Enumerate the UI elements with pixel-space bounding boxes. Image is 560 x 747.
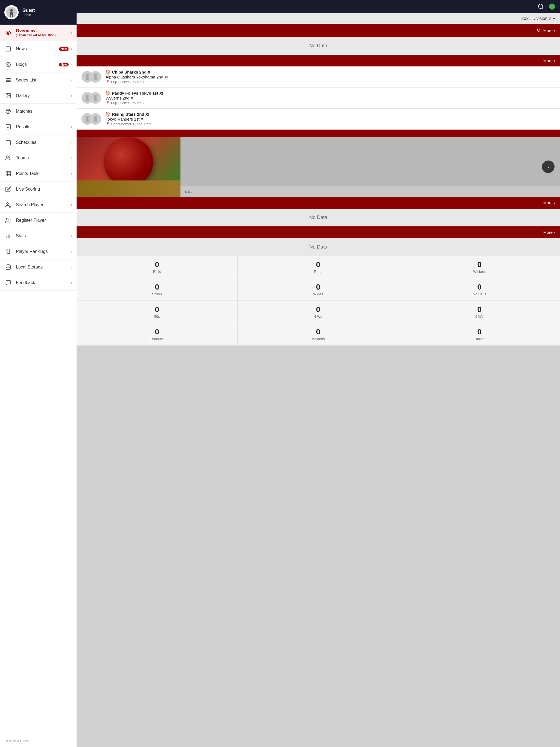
sidebar-item-local-storage[interactable]: Local Storage ›: [0, 259, 77, 275]
match-info-3: 🏠 Rising Stars 2nd XI Tokyo Rangers 1st …: [105, 112, 555, 126]
venue-pin-icon: 📍: [105, 101, 110, 105]
match-team-icons: [81, 92, 101, 104]
sidebar-item-label-storage: Local Storage: [16, 265, 69, 269]
results-chevron-icon: ›: [554, 200, 555, 205]
chevron-right-icon: ›: [71, 280, 72, 285]
stat-sixers-label: Sixers: [152, 292, 162, 296]
sidebar-item-sub-overview: (Japan Cricket Association): [16, 33, 69, 37]
stat-sixers: 0 Sixers: [77, 278, 238, 301]
sidebar-item-label-blogs: Blogs: [16, 62, 57, 67]
eye-icon: [4, 29, 12, 36]
sidebar-item-label-teams: Teams: [16, 156, 69, 160]
topbar: [77, 0, 560, 13]
sidebar-item-label-series: Series List: [16, 78, 69, 83]
stat-balls: 0 Balls: [77, 256, 238, 278]
sidebar-item-stats[interactable]: Stats ›: [0, 228, 77, 244]
gallery-next-button[interactable]: ›: [542, 160, 555, 173]
news-chevron-icon: ›: [554, 28, 555, 33]
news-badge: New: [59, 47, 69, 51]
svg-rect-14: [6, 78, 11, 79]
status-dot: [549, 4, 555, 9]
team-avatar-2: [90, 71, 101, 83]
schedules-more-button[interactable]: More ›: [543, 230, 555, 235]
chevron-right-icon: ›: [71, 171, 72, 176]
sidebar-item-player-rankings[interactable]: Player Rankings ›: [0, 244, 77, 259]
results-more-button[interactable]: More ›: [543, 200, 555, 205]
match-info-2: 🏠 Paddy Foleys Tokyo 1st XI Wyverns 2nd …: [105, 91, 555, 105]
stat-sixers-value: 0: [155, 283, 159, 291]
sidebar-item-search-player[interactable]: Search Player ›: [0, 197, 77, 213]
chevron-right-icon: ›: [71, 156, 72, 160]
stat-maidens-value: 0: [316, 328, 321, 336]
chevron-right-icon: ›: [71, 47, 72, 51]
chevron-right-icon: ›: [71, 109, 72, 114]
division-label: 2021 Division 2: [521, 16, 551, 21]
stat-50s: 0 50s: [77, 301, 238, 323]
version-label: Version 4.0.335: [0, 735, 77, 747]
sidebar-item-series-list[interactable]: Series List ›: [0, 73, 77, 88]
search-player-icon: [4, 201, 12, 209]
match-team1-name: 🏠 Paddy Foleys Tokyo 1st XI: [105, 91, 555, 96]
teams-icon: [4, 154, 12, 162]
match-venue-3: 📍 Sanbunomori Fureai Park: [105, 122, 555, 126]
gallery-caption: s s ...: [180, 186, 560, 197]
sidebar-item-schedules[interactable]: Schedules ›: [0, 135, 77, 150]
svg-point-13: [7, 64, 9, 66]
sidebar-item-label-stats: Stats: [16, 233, 69, 238]
stat-wickets-value: 0: [478, 260, 482, 269]
rankings-icon: [4, 248, 12, 255]
match-row[interactable]: 🏠 Rising Stars 2nd XI Tokyo Rangers 1st …: [77, 108, 560, 130]
search-icon[interactable]: [538, 3, 544, 10]
results-icon: [4, 123, 12, 131]
svg-point-43: [538, 4, 543, 8]
cricket-ball: [104, 137, 153, 186]
schedules-no-data: No Data: [77, 238, 560, 256]
division-arrow-icon: ▾: [553, 16, 555, 21]
match-row[interactable]: 🏠 Paddy Foleys Tokyo 1st XI Wyverns 2nd …: [77, 87, 560, 108]
gallery-image: [77, 137, 180, 197]
points-icon: [4, 170, 12, 177]
match-info-1: 🏠 Chiba Sharks 2nd XI Alpha Quashers Yok…: [105, 70, 555, 84]
sidebar-item-blogs[interactable]: Blogs New ›: [0, 57, 77, 73]
news-no-data-text: No Data: [309, 43, 327, 48]
feedback-icon: [4, 279, 12, 287]
sidebar-item-results[interactable]: Results ›: [0, 119, 77, 135]
sidebar-item-news[interactable]: News New ›: [0, 41, 77, 57]
avatar: [4, 5, 19, 19]
svg-point-7: [7, 32, 9, 34]
sidebar-item-label-news: News: [16, 47, 57, 51]
stat-5ws-value: 0: [478, 305, 482, 314]
sidebar-item-label-matches: Matches: [16, 109, 69, 114]
chevron-right-icon: ›: [71, 265, 72, 269]
division-selector[interactable]: 2021 Division 2 ▾: [521, 16, 555, 21]
news-more-button[interactable]: More ›: [543, 28, 555, 33]
svg-point-53: [85, 115, 89, 119]
news-more-label: More: [543, 28, 553, 33]
stat-50s-label: 50s: [154, 314, 160, 318]
svg-rect-52: [94, 98, 97, 101]
sidebar-item-gallery[interactable]: Gallery ›: [0, 88, 77, 104]
chevron-right-icon: ›: [71, 124, 72, 129]
sidebar-item-teams[interactable]: Teams ›: [0, 150, 77, 166]
stat-maidens: 0 Maidens: [238, 323, 399, 345]
sidebar-item-live-scoring[interactable]: Live Scoring ›: [0, 182, 77, 197]
sidebar-item-matches[interactable]: Matches ›: [0, 104, 77, 119]
sidebar-item-label-register: Register Player: [16, 218, 69, 223]
chevron-right-icon: ›: [71, 249, 72, 254]
sidebar-item-points-table[interactable]: Points Table ›: [0, 166, 77, 182]
svg-rect-48: [94, 77, 97, 80]
sidebar-item-register-player[interactable]: Register Player ›: [0, 213, 77, 228]
match-team1-name: 🏠 Chiba Sharks 2nd XI: [105, 70, 555, 75]
sidebar-item-feedback[interactable]: Feedback ›: [0, 275, 77, 291]
sidebar-item-overview[interactable]: Overview (Japan Cricket Association) ›: [0, 25, 77, 41]
matches-more-button[interactable]: More ›: [543, 58, 555, 63]
stat-wides-value: 0: [316, 283, 321, 291]
match-row[interactable]: 🏠 Chiba Sharks 2nd XI Alpha Quashers Yok…: [77, 67, 560, 87]
svg-point-35: [6, 218, 8, 220]
stat-balls-value: 0: [155, 260, 159, 269]
svg-point-47: [94, 74, 97, 77]
sidebar-item-label-schedules: Schedules: [16, 140, 69, 145]
team-avatar-6: [90, 113, 101, 125]
svg-line-34: [10, 207, 10, 207]
refresh-icon[interactable]: ↻: [536, 27, 541, 33]
